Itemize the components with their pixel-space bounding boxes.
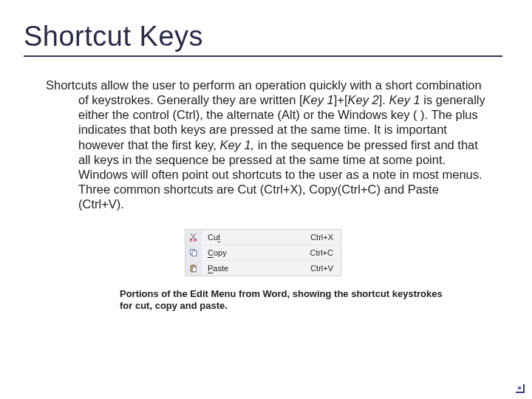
label-post: aste — [213, 264, 228, 273]
svg-rect-6 — [193, 267, 197, 272]
menu-row-paste: Paste Ctrl+V — [185, 261, 341, 276]
copy-icon — [185, 245, 202, 260]
edit-menu-figure: Cut Ctrl+X Copy Ctrl+C Paste — [185, 229, 341, 276]
menu-shortcut-cut: Ctrl+X — [310, 233, 341, 242]
paste-icon — [185, 261, 202, 276]
svg-rect-3 — [192, 251, 197, 256]
menu-row-copy: Copy Ctrl+C — [185, 245, 341, 261]
menu-label-copy: Copy — [202, 248, 310, 257]
body-key4: Key 1, — [219, 138, 254, 151]
body-key2: Key 2 — [348, 93, 379, 106]
body-part: ]. — [379, 93, 389, 106]
cut-icon — [185, 230, 202, 245]
page-title: Shortcut Keys — [24, 21, 502, 52]
title-underline — [24, 55, 502, 57]
menu-shortcut-paste: Ctrl+V — [310, 264, 341, 273]
figure-caption: Portions of the Edit Menu from Word, sho… — [120, 288, 443, 313]
menu-shortcut-copy: Ctrl+C — [310, 248, 341, 257]
corner-decoration — [513, 381, 525, 393]
svg-rect-5 — [192, 265, 194, 266]
body-part: ]+[ — [334, 93, 348, 106]
label-underline: t — [218, 233, 220, 242]
body-paragraph: Shortcuts allow the user to perform an o… — [56, 78, 502, 211]
body-key1: Key 1 — [303, 93, 334, 106]
slide: Shortcut Keys Shortcuts allow the user t… — [0, 0, 532, 399]
corner-dot-icon — [518, 386, 521, 389]
menu-row-cut: Cut Ctrl+X — [185, 230, 341, 245]
label-underline: C — [208, 248, 214, 257]
body-key3: Key 1 — [389, 93, 420, 106]
menu-label-paste: Paste — [202, 264, 310, 273]
label-pre: Cu — [208, 233, 218, 242]
menu-label-cut: Cut — [202, 233, 310, 242]
label-post: opy — [214, 248, 227, 257]
